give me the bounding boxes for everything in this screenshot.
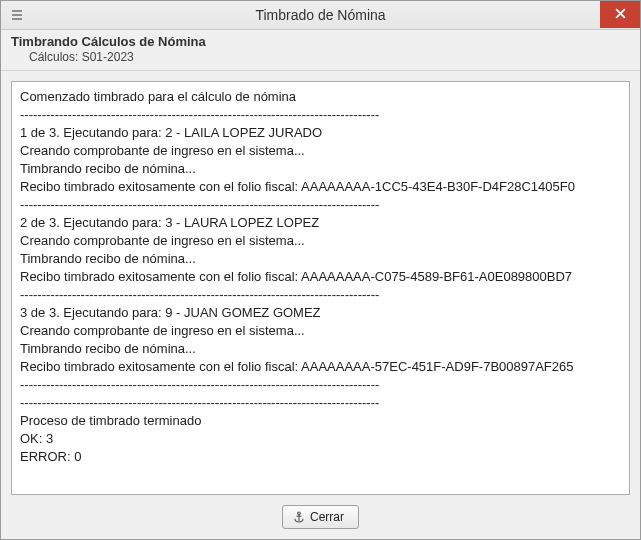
window-close-button[interactable] xyxy=(600,1,640,28)
header-title: Timbrando Cálculos de Nómina xyxy=(11,34,630,49)
close-button-label: Cerrar xyxy=(310,510,344,524)
log-line: OK: 3 xyxy=(20,430,621,448)
window-title: Timbrado de Nómina xyxy=(1,7,640,23)
log-line: Timbrando recibo de nómina... xyxy=(20,160,621,178)
log-line: Creando comprobante de ingreso en el sis… xyxy=(20,232,621,250)
log-line: 2 de 3. Ejecutando para: 3 - LAURA LOPEZ… xyxy=(20,214,621,232)
log-line: ERROR: 0 xyxy=(20,448,621,466)
log-line: Creando comprobante de ingreso en el sis… xyxy=(20,322,621,340)
log-line: Proceso de timbrado terminado xyxy=(20,412,621,430)
log-line: ----------------------------------------… xyxy=(20,196,621,214)
anchor-icon xyxy=(293,511,305,523)
log-line: ----------------------------------------… xyxy=(20,106,621,124)
close-icon xyxy=(615,7,626,22)
log-line: 1 de 3. Ejecutando para: 2 - LAILA LOPEZ… xyxy=(20,124,621,142)
app-icon xyxy=(9,7,25,23)
log-line: Recibo timbrado exitosamente con el foli… xyxy=(20,268,621,286)
log-line: Recibo timbrado exitosamente con el foli… xyxy=(20,178,621,196)
log-line: Creando comprobante de ingreso en el sis… xyxy=(20,142,621,160)
dialog-footer: Cerrar xyxy=(11,495,630,539)
log-line: ----------------------------------------… xyxy=(20,376,621,394)
log-line: Recibo timbrado exitosamente con el foli… xyxy=(20,358,621,376)
close-button[interactable]: Cerrar xyxy=(282,505,359,529)
log-line: 3 de 3. Ejecutando para: 9 - JUAN GOMEZ … xyxy=(20,304,621,322)
log-line: Comenzado timbrado para el cálculo de nó… xyxy=(20,88,621,106)
log-line: Timbrando recibo de nómina... xyxy=(20,250,621,268)
dialog-window: Timbrado de Nómina Timbrando Cálculos de… xyxy=(0,0,641,540)
titlebar: Timbrado de Nómina xyxy=(1,1,640,30)
log-line: Timbrando recibo de nómina... xyxy=(20,340,621,358)
log-line: ----------------------------------------… xyxy=(20,286,621,304)
dialog-header: Timbrando Cálculos de Nómina Cálculos: S… xyxy=(1,30,640,71)
log-textarea[interactable]: Comenzado timbrado para el cálculo de nó… xyxy=(11,81,630,495)
header-subtitle: Cálculos: S01-2023 xyxy=(29,50,630,64)
log-line: ----------------------------------------… xyxy=(20,394,621,412)
dialog-content: Comenzado timbrado para el cálculo de nó… xyxy=(1,71,640,539)
svg-point-5 xyxy=(298,512,301,515)
